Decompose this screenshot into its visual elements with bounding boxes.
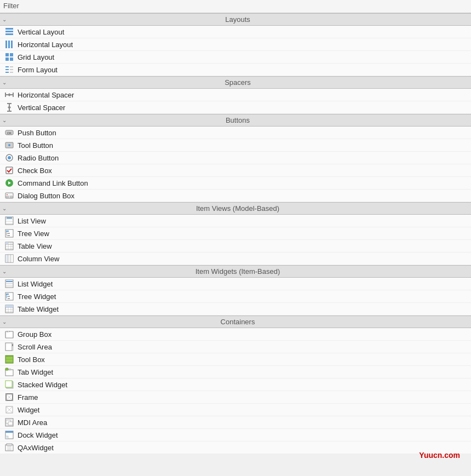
item-label: Tool Box [18, 355, 45, 364]
item-label: Scroll Area [18, 343, 52, 351]
section-header-containers[interactable]: ⌄ Containers [0, 316, 471, 328]
svg-rect-1 [5, 31, 13, 32]
item-label: Table Widget [18, 305, 59, 313]
svg-rect-14 [5, 72, 9, 73]
section-title: Containers [9, 318, 467, 326]
list-item[interactable]: Form Layout [0, 64, 471, 76]
svg-rect-11 [10, 66, 13, 67]
item-label: Tab Widget [18, 368, 53, 376]
tool-box-icon [4, 354, 14, 364]
svg-rect-8 [5, 58, 9, 61]
stacked-widget-icon [4, 380, 14, 389]
qax-widget-icon [4, 443, 14, 452]
filter-input[interactable] [3, 2, 468, 10]
chevron-icon: ⌄ [2, 268, 7, 274]
section-title: Layouts [9, 15, 467, 24]
list-item[interactable]: Tool Button [0, 139, 471, 152]
svg-point-31 [8, 156, 11, 159]
list-item[interactable]: Tool Box [0, 353, 471, 366]
tree-view-icon [4, 228, 14, 238]
list-item[interactable]: Radio Button [0, 152, 471, 164]
svg-rect-109 [7, 444, 12, 445]
svg-marker-20 [9, 93, 11, 96]
item-label: Check Box [18, 167, 52, 175]
svg-rect-104 [8, 422, 13, 425]
section-header-item-views[interactable]: ⌄ Item Views (Model-Based) [0, 202, 471, 215]
list-item[interactable]: OK Push Button [0, 127, 471, 139]
dock-widget-icon [4, 430, 14, 440]
item-label: Dock Widget [18, 431, 58, 439]
item-label: Table View [18, 242, 52, 250]
list-item[interactable]: grp Group Box [0, 328, 471, 341]
section-header-layouts[interactable]: ⌄ Layouts [0, 13, 471, 26]
list-item[interactable]: QAxWidget [0, 441, 471, 454]
list-view-icon [4, 216, 14, 226]
item-label: Vertical Layout [18, 28, 64, 36]
svg-rect-60 [5, 255, 8, 262]
svg-marker-25 [8, 107, 11, 109]
list-item[interactable]: Frame [0, 391, 471, 404]
list-item[interactable]: Table Widget [0, 303, 471, 316]
svg-rect-62 [11, 255, 13, 262]
svg-rect-70 [8, 298, 10, 299]
list-item[interactable]: List Widget [0, 278, 471, 290]
push-button-icon: OK [4, 128, 14, 137]
list-item[interactable]: Stacked Widget [0, 378, 471, 391]
chevron-icon: ⌄ [2, 16, 7, 22]
svg-rect-44 [7, 217, 12, 219]
svg-rect-32 [6, 167, 13, 174]
section-title: Item Views (Model-Based) [9, 204, 467, 213]
table-widget-icon [4, 304, 14, 314]
svg-rect-85 [12, 344, 13, 346]
table-view-icon [4, 241, 14, 251]
list-item[interactable]: Widget [0, 404, 471, 416]
list-item[interactable]: Tab Widget [0, 366, 471, 378]
item-label: Dialog Button Box [18, 192, 74, 200]
item-label: Tool Button [18, 141, 53, 150]
item-label: Command Link Button [18, 179, 88, 187]
item-label: Group Box [18, 330, 51, 339]
filter-bar [0, 0, 471, 13]
svg-rect-3 [5, 41, 7, 48]
group-box-icon: grp [4, 329, 14, 339]
list-item[interactable]: Tree View [0, 227, 471, 240]
svg-rect-7 [10, 53, 13, 56]
svg-rect-66 [6, 285, 13, 286]
svg-text:OK: OK [7, 131, 12, 135]
list-item[interactable]: Scroll Area [0, 341, 471, 353]
list-item[interactable]: Command Link Button [0, 177, 471, 190]
item-label: Tree Widget [18, 293, 56, 301]
list-item[interactable]: Table View [0, 240, 471, 253]
svg-rect-79 [5, 305, 13, 307]
list-item[interactable]: Vertical Layout [0, 26, 471, 38]
svg-marker-19 [8, 93, 9, 96]
list-item[interactable]: Tree Widget [0, 290, 471, 303]
horizontal-spacer-icon [4, 90, 14, 100]
frame-icon [4, 392, 14, 402]
svg-text:grp: grp [7, 330, 10, 332]
list-item[interactable]: Vertical Spacer [0, 101, 471, 114]
widget-icon [4, 405, 14, 415]
svg-rect-15 [10, 72, 13, 73]
item-label: Grid Layout [18, 53, 54, 61]
item-label: List View [18, 217, 46, 225]
list-item[interactable]: Dialog Button Box [0, 190, 471, 202]
item-label: Radio Button [18, 154, 59, 162]
section-header-spacers[interactable]: ⌄ Spacers [0, 76, 471, 89]
form-layout-icon [4, 65, 14, 74]
list-widget-icon [4, 279, 14, 289]
list-item[interactable]: Horizontal Layout [0, 38, 471, 51]
list-item[interactable]: Check Box [0, 164, 471, 177]
svg-rect-12 [5, 69, 9, 70]
grid-layout-icon [4, 52, 14, 62]
tool-button-icon [4, 140, 14, 150]
chevron-icon: ⌄ [2, 205, 7, 211]
list-item[interactable]: Column View [0, 253, 471, 265]
section-header-buttons[interactable]: ⌄ Buttons [0, 114, 471, 127]
list-item[interactable]: Grid Layout [0, 51, 471, 64]
list-item[interactable]: Horizontal Spacer [0, 89, 471, 101]
section-header-item-widgets[interactable]: ⌄ Item Widgets (Item-Based) [0, 265, 471, 278]
list-item[interactable]: MDI Area [0, 416, 471, 429]
list-item[interactable]: List View [0, 215, 471, 227]
list-item[interactable]: Dock Widget [0, 429, 471, 441]
